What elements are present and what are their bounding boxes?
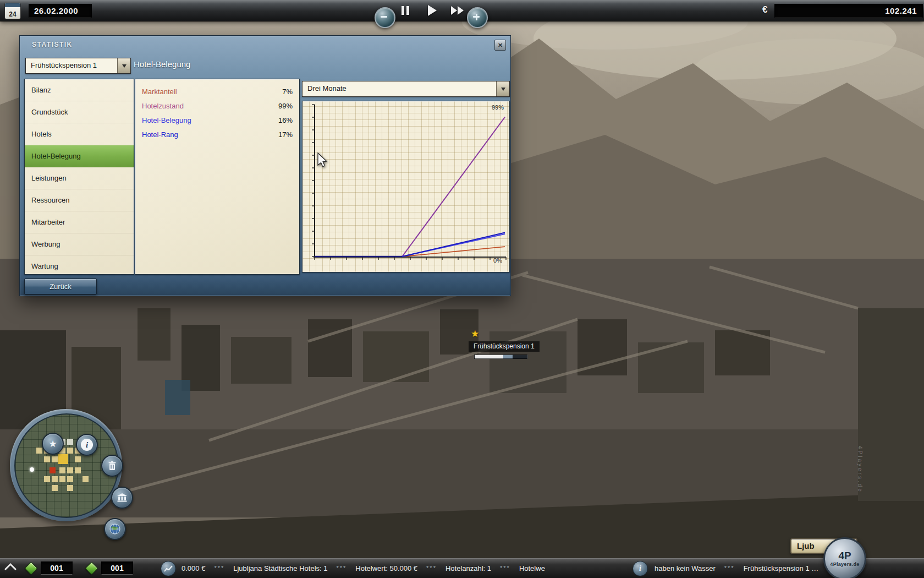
hotel-select-dropdown[interactable]: Frühstückspension 1 bbox=[25, 58, 131, 74]
ticker-separator: *** bbox=[337, 565, 347, 571]
counter-display-2: 001 bbox=[101, 561, 133, 575]
game-screen: 24 26.02.2000 € 102.241 STATISTIK ✕ Früh… bbox=[0, 0, 924, 578]
world-map-button[interactable] bbox=[104, 518, 126, 540]
chart-min-label: 0% bbox=[493, 257, 502, 264]
calendar-icon: 24 bbox=[4, 3, 21, 19]
chart-series-hotel-rang bbox=[315, 233, 505, 257]
watermark-text: 4Players.de bbox=[830, 561, 859, 567]
stat-value: 16% bbox=[278, 116, 293, 124]
chart-canvas bbox=[302, 101, 509, 272]
stat-value: 99% bbox=[278, 102, 293, 110]
ticker-separator: *** bbox=[426, 565, 437, 571]
zoom-in-button[interactable] bbox=[467, 7, 488, 28]
chart-series-hotelzustand bbox=[315, 117, 505, 257]
stat-value: 17% bbox=[278, 130, 293, 139]
window-title: STATISTIK bbox=[32, 41, 73, 48]
stat-label: Marktanteil bbox=[142, 88, 177, 96]
play-button[interactable] bbox=[428, 5, 437, 16]
minimap-position-dot bbox=[30, 467, 34, 472]
stats-ticker-icon[interactable] bbox=[161, 561, 176, 576]
minus-icon bbox=[381, 16, 387, 18]
stat-row: Hotel-Rang17% bbox=[135, 127, 299, 141]
ticker-separator: *** bbox=[724, 565, 735, 571]
stat-row: Hotel-Belegung16% bbox=[135, 113, 299, 127]
ticker-separator: *** bbox=[214, 565, 224, 571]
zoom-out-button[interactable] bbox=[375, 7, 395, 28]
mouse-cursor bbox=[316, 152, 329, 168]
stats-panel: Marktanteil7%Hotelzustand99%Hotel-Belegu… bbox=[135, 79, 300, 275]
sidebar-item-hotel-belegung[interactable]: Hotel-Belegung bbox=[25, 145, 134, 167]
date-display: 26.02.2000 bbox=[29, 4, 92, 18]
back-button[interactable]: Zurück bbox=[24, 279, 97, 295]
stat-row: Marktanteil7% bbox=[135, 84, 299, 99]
hotel-star-icon: ★ bbox=[471, 328, 479, 340]
sidebar-item-leistungen[interactable]: Leistungen bbox=[25, 167, 134, 189]
monument-icon bbox=[117, 493, 127, 502]
info-icon: i bbox=[639, 564, 641, 573]
4players-watermark-badge: 4P 4Players.de bbox=[823, 537, 866, 578]
ticker-item: Ljubljana Städtische Hotels: 1 bbox=[233, 564, 327, 572]
stat-value: 7% bbox=[282, 88, 293, 96]
city-buildings-button[interactable] bbox=[111, 487, 133, 509]
period-select-value: Drei Monate bbox=[302, 81, 496, 96]
top-bar: 24 26.02.2000 € 102.241 bbox=[0, 0, 924, 21]
watermark-vertical-text: 4Players.de bbox=[857, 446, 863, 493]
favorites-button[interactable]: ★ bbox=[42, 433, 64, 455]
ticker-item: Hotelanzahl: 1 bbox=[446, 564, 491, 572]
statistik-sidebar: BilanzGrundstückHotelsHotel-BelegungLeis… bbox=[24, 79, 134, 275]
trash-icon bbox=[108, 461, 117, 471]
sidebar-item-mitarbeiter[interactable]: Mitarbeiter bbox=[25, 211, 134, 233]
ticker-left-segment: 0.000 €***Ljubljana Städtische Hotels: 1… bbox=[182, 558, 545, 578]
hotel-select-value: Frühstückspension 1 bbox=[26, 58, 117, 73]
close-icon: ✕ bbox=[498, 42, 503, 49]
expand-panel-button[interactable] bbox=[4, 563, 16, 570]
ticker-separator: *** bbox=[500, 565, 510, 571]
hotel-map-tooltip: Frühstückspension 1 bbox=[469, 341, 540, 352]
info-icon: i bbox=[81, 439, 93, 451]
chart-max-label: 99% bbox=[492, 104, 504, 111]
ticker-item: 0.000 € bbox=[182, 564, 205, 572]
money-display: 102.241 bbox=[774, 4, 923, 18]
pause-button[interactable] bbox=[400, 6, 411, 15]
chevron-down-icon[interactable] bbox=[117, 58, 130, 73]
close-button[interactable]: ✕ bbox=[494, 40, 506, 51]
sidebar-item-ressourcen[interactable]: Ressourcen bbox=[25, 189, 134, 211]
currency-symbol: € bbox=[762, 4, 767, 15]
ticker-item: Hotelwe bbox=[519, 564, 545, 572]
demolish-button[interactable] bbox=[101, 455, 123, 477]
watermark-text: 4P bbox=[838, 550, 851, 561]
ticker-item: Hotelwert: 50.000 € bbox=[355, 564, 417, 572]
stat-label: Hotelzustand bbox=[142, 102, 184, 110]
stats-list: Marktanteil7%Hotelzustand99%Hotel-Belegu… bbox=[135, 79, 299, 141]
message-ticker-icon[interactable]: i bbox=[632, 561, 648, 576]
period-select-dropdown[interactable]: Drei Monate bbox=[302, 81, 510, 97]
star-icon: ★ bbox=[48, 439, 57, 449]
ticker-item: Frühstückspension 1 … bbox=[744, 564, 819, 572]
info-button[interactable]: i bbox=[76, 434, 98, 456]
chart-series-hotel-belegung bbox=[315, 234, 505, 257]
sidebar-item-hotels[interactable]: Hotels bbox=[25, 123, 134, 145]
chevron-down-icon[interactable] bbox=[496, 81, 509, 96]
ticker-item: haben kein Wasser bbox=[654, 564, 716, 572]
globe-icon bbox=[109, 524, 120, 535]
stat-row: Hotelzustand99% bbox=[135, 99, 299, 113]
fast-forward-button[interactable] bbox=[451, 6, 464, 15]
ticker-right-segment: haben kein Wasser***Frühstückspension 1 … bbox=[654, 558, 924, 578]
sidebar-item-bilanz[interactable]: Bilanz bbox=[25, 79, 134, 101]
counter-display-1: 001 bbox=[41, 561, 73, 575]
sidebar-item-grundst-ck[interactable]: Grundstück bbox=[25, 101, 134, 123]
sidebar-item-werbung[interactable]: Werbung bbox=[25, 233, 134, 255]
page-title: Hotel-Belegung bbox=[134, 59, 190, 69]
statistik-window: STATISTIK ✕ Frühstückspension 1 Hotel-Be… bbox=[19, 35, 511, 296]
stat-label: Hotel-Rang bbox=[142, 130, 178, 139]
stat-label: Hotel-Belegung bbox=[142, 116, 191, 124]
hotel-occupancy-bar bbox=[474, 355, 528, 359]
calendar-day: 24 bbox=[9, 10, 16, 19]
occupancy-chart: 99% 0% bbox=[302, 101, 510, 272]
line-chart-icon bbox=[164, 565, 173, 572]
